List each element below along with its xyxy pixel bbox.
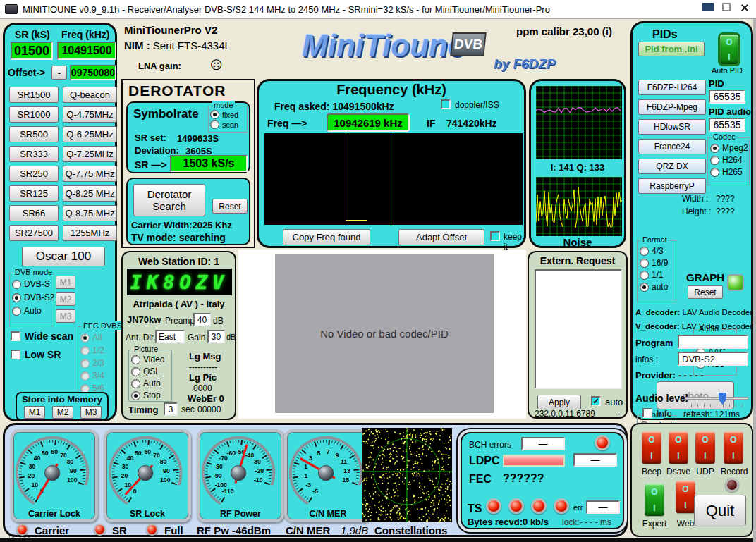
svg-text:50: 50 (135, 450, 142, 457)
store-m1-button[interactable]: M1 (24, 406, 45, 419)
audio-level-track[interactable] (685, 397, 748, 400)
freq-preset-button[interactable]: Q-6.25MHz (63, 126, 117, 142)
timing-input[interactable]: 3 (164, 402, 178, 416)
expert-switch[interactable]: OI (645, 484, 664, 516)
apply-button[interactable]: Apply (537, 395, 581, 409)
codec-option-mpeg2[interactable]: Mpeg2 (710, 143, 747, 153)
keep-it-checkbox[interactable] (490, 231, 500, 241)
freq-preset-button[interactable]: Q-4.75MHz (63, 106, 117, 123)
preamp-input[interactable]: 40 (193, 313, 211, 326)
derotator-title: DEROTATOR (128, 82, 226, 99)
freq-preset-button[interactable]: Q-8.25 MHz (63, 185, 117, 202)
format-option-auto[interactable]: auto (640, 282, 673, 292)
freq-preset-button[interactable]: 1255MHz (63, 225, 117, 241)
minimize-button[interactable] (702, 3, 714, 11)
freq-preset-button[interactable]: Q-7.75 MHz (63, 166, 117, 182)
sr-input[interactable]: 01500 (11, 42, 53, 60)
sr-preset-button[interactable]: SR125 (9, 185, 59, 202)
web-switch[interactable]: OI (676, 481, 695, 513)
dvb-mode-option-auto[interactable]: Auto (12, 306, 51, 316)
doppler-checkbox[interactable] (441, 99, 451, 109)
pid-from-ini-button[interactable]: Pid from .ini (638, 42, 705, 56)
pid-audio-input[interactable]: 65535 (709, 118, 745, 132)
dvb-mode-option-dvb-s2[interactable]: DVB-S2 (12, 292, 51, 302)
sr-preset-button[interactable]: SR500 (9, 126, 59, 142)
quit-button[interactable]: Quit (694, 495, 746, 526)
freq-input[interactable]: 10491500 (57, 42, 116, 60)
store-m2-button[interactable]: M2 (52, 406, 73, 419)
auto-checkbox[interactable] (591, 396, 601, 406)
lg-msg-value: ---------- (189, 362, 217, 372)
sr-preset-button[interactable]: SR27500 (9, 225, 59, 241)
graph-label: GRAPH (686, 271, 724, 283)
freq-preset-button[interactable]: Q-7.25MHz (63, 146, 117, 162)
svg-text:20: 20 (121, 472, 128, 479)
copy-freq-button[interactable]: Copy Freq found (283, 229, 370, 245)
graph-reset-button[interactable]: Reset (688, 285, 723, 299)
station-preset-button[interactable]: QRZ DX (638, 159, 706, 174)
picture-option-auto[interactable]: Auto (131, 378, 169, 388)
auto-pid-label: Auto PID (712, 66, 743, 75)
sr-preset-button[interactable]: SR1500 (9, 87, 59, 103)
ant-dir-input[interactable]: East (155, 330, 185, 343)
station-preset-button[interactable]: F6DZP-H264 (638, 80, 706, 95)
sr-preset-button[interactable]: SR333 (9, 146, 59, 162)
picture-option-stop[interactable]: Stop (131, 390, 169, 400)
sr-set-value: 1499633S (177, 133, 219, 144)
offset-sign-button[interactable]: - (51, 66, 67, 80)
freq-preset-button[interactable]: Q-beacon (63, 87, 117, 103)
close-button[interactable] (740, 4, 749, 12)
udp-switch[interactable]: OI (695, 431, 715, 464)
weber-label: WebEr 0 (188, 393, 224, 404)
oscar-100-button[interactable]: Oscar 100 (22, 247, 105, 266)
sr-preset-button[interactable]: SR66 (9, 205, 59, 221)
low-sr-checkbox[interactable] (11, 350, 20, 359)
sr-preset-button[interactable]: SR250 (9, 166, 59, 182)
infos-input[interactable]: DVB-S2 (678, 352, 748, 366)
station-preset-button[interactable]: HDlowSR (638, 119, 706, 135)
picture-option-video[interactable]: Video (131, 355, 169, 364)
dsave-switch[interactable]: OI (669, 431, 688, 464)
extern-request-text[interactable] (535, 269, 622, 389)
dvb-mode-option-dvb-s[interactable]: DVB-S (12, 279, 51, 289)
picture-option-qsl[interactable]: QSL (131, 367, 169, 376)
audio-level-ticks (685, 404, 748, 407)
svg-text:100: 100 (160, 476, 171, 484)
station-preset-button[interactable]: F6DZP-Mpeg (638, 99, 706, 115)
svg-text:-10: -10 (254, 476, 263, 484)
derotator-reset-button[interactable]: Reset (212, 199, 248, 214)
codec-option-h265[interactable]: H265 (710, 167, 747, 177)
noise-scope (536, 177, 622, 236)
pid-video-input[interactable]: 65535 (709, 90, 745, 104)
format-option-16-9[interactable]: 16/9 (640, 258, 673, 268)
ldpc-value: — (573, 453, 617, 467)
derotator-search-button[interactable]: Derotator Search (133, 184, 205, 216)
beep-switch[interactable]: OI (642, 431, 662, 464)
auto-pid-switch[interactable]: OI (720, 35, 738, 64)
svg-text:100: 100 (67, 476, 78, 484)
freq-preset-button[interactable]: Q-8.75 MHz (63, 205, 117, 221)
offset-input[interactable]: 09750080 (70, 65, 116, 80)
maximize-button[interactable] (722, 3, 731, 11)
codec-group: Codec Mpeg2H264H265 (707, 137, 750, 185)
record-switch[interactable]: OI (724, 431, 743, 464)
station-preset-button[interactable]: France24 (638, 139, 706, 154)
station-preset-button[interactable]: RaspberryP (638, 178, 706, 194)
svg-text:50: 50 (42, 450, 49, 457)
symbolrate-mode-option-fixed[interactable]: fixed (210, 110, 245, 119)
info-checkbox[interactable] (642, 408, 652, 418)
adapt-offset-button[interactable]: Adapt Offset (398, 229, 484, 245)
width-label: Width : (682, 194, 708, 204)
format-option-4-3[interactable]: 4/3 (640, 246, 673, 256)
sr-preset-button[interactable]: SR1000 (9, 106, 59, 123)
bytes-received: Bytes recvd:0 kb/s (468, 517, 549, 527)
gain-input[interactable]: 30 (207, 330, 225, 343)
wide-scan-checkbox[interactable] (11, 331, 20, 341)
program-input[interactable] (678, 335, 748, 349)
svg-text:-1: -1 (303, 472, 308, 479)
codec-option-h264[interactable]: H264 (710, 155, 747, 165)
format-option-1-1[interactable]: 1/1 (640, 270, 673, 280)
symbolrate-mode-option-scan[interactable]: scan (210, 120, 245, 129)
fec-option-2-3: 2/3 (80, 358, 114, 368)
store-m3-button[interactable]: M3 (80, 406, 102, 419)
